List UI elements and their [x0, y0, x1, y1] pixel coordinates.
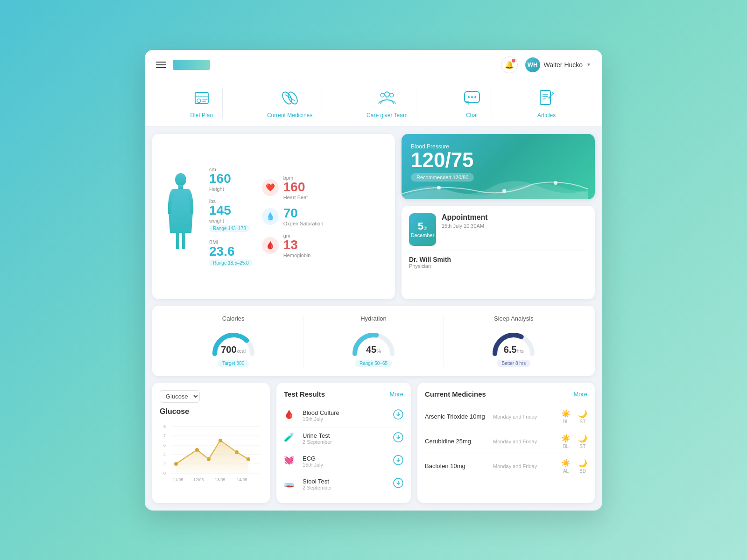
nav-item-chat[interactable]: Chat [452, 88, 492, 119]
svg-point-7 [390, 93, 394, 97]
medicines-more[interactable]: More [573, 391, 587, 398]
medicine-name: Arsenic Trioxide 10mg [425, 413, 488, 420]
appointment-divider [409, 251, 587, 251]
vital-hydration: Hydration 45% Range 50–65 [303, 315, 444, 367]
header-right: 🔔 WH Walter Hucko ▼ [501, 56, 591, 73]
appointment-doctor: Dr. Will Smith Physician [409, 256, 587, 269]
med-time-item: ☀️ BL [561, 409, 571, 424]
time-label: BL [563, 419, 569, 424]
svg-text:8: 8 [163, 424, 166, 429]
hamburger-menu[interactable] [156, 62, 166, 68]
test-item: 🧪 Urine Test 2 September [284, 427, 403, 450]
test-info: Blood Culture 15th July [303, 409, 388, 422]
vital-calories: Calories 700kcal Target 800 [163, 315, 303, 367]
svg-point-39 [207, 457, 211, 461]
medicine-item: Arsenic Trioxide 10mg Monday and Friday … [425, 405, 587, 429]
nav-item-care-giver[interactable]: Care giver Team [357, 88, 417, 119]
svg-point-37 [174, 462, 178, 466]
medicine-times: ☀️ BL 🌙 ST [561, 409, 587, 424]
svg-text:11/05: 11/05 [173, 477, 183, 482]
nav-item-articles[interactable]: Articles [527, 88, 566, 119]
nav-item-diet-plan[interactable]: Diet Plan [181, 88, 223, 119]
test-date: 2 September [303, 485, 388, 490]
header: 🔔 WH Walter Hucko ▼ [145, 50, 602, 80]
test-date: 15th July [303, 462, 388, 468]
user-profile[interactable]: WH Walter Hucko ▼ [525, 57, 591, 72]
nav-label-medicines: Current Medicines [267, 112, 312, 119]
svg-point-3 [281, 90, 294, 105]
nav-label-diet-plan: Diet Plan [190, 112, 213, 119]
svg-text:7: 7 [163, 434, 166, 438]
vitals-row: Calories 700kcal Target 800 Hydration [152, 306, 595, 376]
svg-point-14 [474, 96, 476, 98]
right-top-col: Blood Pressure 120/75 Recommended 120/80 [402, 134, 595, 299]
stat-weight: lbs 145 weight Range 143–178 [209, 198, 253, 232]
chevron-down-icon: ▼ [586, 62, 591, 67]
glucose-title: Glucose [160, 407, 262, 416]
time-label: BD [579, 469, 586, 474]
appointment-header: 5th December Appointment 15th July 10:30… [409, 213, 587, 246]
download-button[interactable] [393, 478, 403, 490]
svg-point-41 [235, 450, 239, 454]
test-info: ECG 15th July [303, 455, 388, 468]
svg-point-21 [437, 186, 441, 189]
svg-point-4 [286, 90, 299, 105]
medicine-times: ☀️ AL 🌙 BD [561, 459, 587, 474]
blood-drop-icon: 🩸 [262, 237, 279, 254]
notification-dot [512, 59, 515, 63]
test-name: Blood Culture [303, 409, 388, 416]
stat-oxygen: 💧 70 Oxgen Saturation [262, 207, 324, 226]
test-info: Stool Test 2 September [303, 478, 388, 490]
logo [173, 60, 210, 70]
med-time-item: 🌙 ST [578, 409, 587, 424]
nav-label-chat: Chat [466, 112, 478, 119]
nav-item-medicines[interactable]: Current Medicines [258, 88, 322, 119]
dashboard: 🔔 WH Walter Hucko ▼ Diet Plan [145, 50, 602, 511]
body-stats-card: cm 160 Height lbs 145 weight Range 143–1… [152, 134, 395, 299]
user-name: Walter Hucko [544, 61, 583, 69]
svg-point-42 [247, 457, 250, 461]
nav-icons: Diet Plan Current Medicines Care [145, 80, 602, 126]
test-icon: 🩸 [284, 409, 297, 422]
test-date: 15th July [303, 416, 388, 422]
medicine-schedule: Monday and Friday [493, 463, 557, 469]
svg-point-13 [471, 96, 473, 98]
svg-text:0: 0 [163, 471, 166, 476]
time-label: AL [563, 469, 569, 474]
test-date: 2 September [303, 439, 388, 445]
download-button[interactable] [393, 409, 403, 422]
test-results-more[interactable]: More [389, 391, 403, 398]
time-label: BL [563, 444, 569, 449]
stats-col-left: cm 160 Height lbs 145 weight Range 143–1… [209, 141, 253, 292]
stat-heartbeat: ❤️ bpm 160 Heart Beat [262, 175, 324, 200]
vital-sleep: Sleep Analysis 6.5hrs Better 8 hrs [444, 315, 584, 367]
svg-point-22 [502, 189, 506, 193]
test-icon: 🧫 [284, 478, 297, 491]
glucose-dropdown[interactable]: Glucose HbA1c [160, 390, 200, 403]
medicine-schedule: Monday and Friday [493, 414, 557, 420]
main-content: cm 160 Height lbs 145 weight Range 143–1… [145, 126, 602, 511]
medicine-schedule: Monday and Friday [493, 439, 557, 444]
test-item: 💓 ECG 15th July [284, 450, 403, 473]
med-time-item: 🌙 ST [578, 434, 587, 449]
glucose-header: Glucose HbA1c [160, 390, 262, 403]
svg-point-12 [468, 96, 470, 98]
test-name: Urine Test [303, 432, 388, 439]
svg-text:4: 4 [163, 452, 166, 457]
appointment-info: Appointment 15th July 10:30AM [442, 213, 488, 229]
medicine-times: ☀️ BL 🌙 ST [561, 434, 587, 449]
test-results-title: Test Results [284, 390, 325, 398]
test-results-card: Test Results More 🩸 Blood Culture 15th J… [276, 383, 411, 503]
medicine-item: Baclofen 10mg Monday and Friday ☀️ AL 🌙 … [425, 454, 587, 478]
svg-point-23 [554, 181, 557, 185]
download-button[interactable] [393, 455, 403, 468]
notification-button[interactable]: 🔔 [501, 56, 518, 73]
svg-text:13/05: 13/05 [215, 477, 226, 482]
medicine-name: Cerubidine 25mg [425, 438, 488, 445]
oxygen-icon: 💧 [262, 208, 279, 225]
download-button[interactable] [393, 432, 403, 445]
med-time-item: 🌙 BD [578, 459, 587, 474]
nav-label-articles: Articles [537, 112, 556, 119]
time-icon: ☀️ [561, 459, 571, 468]
svg-point-38 [195, 448, 199, 452]
